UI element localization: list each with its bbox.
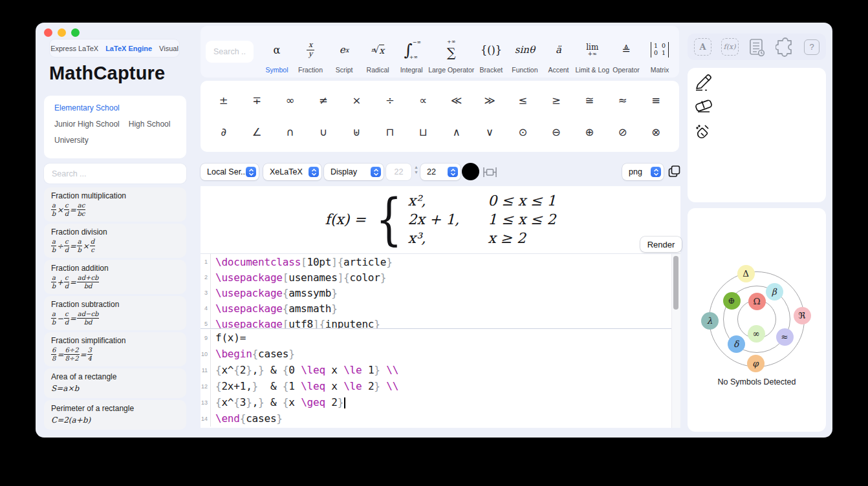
symbol-button[interactable]: ∂	[207, 126, 240, 138]
mode-tab-visual[interactable]: Visual	[159, 45, 179, 52]
close-window-button[interactable]	[44, 28, 52, 37]
symbol-button[interactable]: ⊕	[573, 126, 606, 138]
minimize-window-button[interactable]	[58, 28, 66, 37]
export-format-select[interactable]: png	[622, 164, 664, 180]
palette-tab-script[interactable]: exScript	[327, 26, 361, 78]
formula-item[interactable]: Fraction subtractionab−cd=ad−cbbd	[44, 296, 186, 330]
symbol-button[interactable]: ⊘	[606, 126, 639, 138]
symbol-button[interactable]: ±	[207, 94, 240, 107]
symbol-button[interactable]: ∩	[274, 126, 307, 138]
clean-broom-icon[interactable]	[694, 122, 713, 144]
code-line: 9f(x)=	[201, 330, 671, 346]
symbol-button[interactable]: ∪	[307, 126, 340, 138]
editor-scrollbar-thumb[interactable]	[673, 256, 678, 310]
display-mode-select[interactable]: Display	[324, 164, 384, 180]
symbol-button[interactable]: ⊎	[340, 126, 373, 138]
symbol-button[interactable]: ≥	[539, 94, 572, 107]
symbol-button[interactable]: ≪	[440, 94, 473, 107]
mode-tab-latex-engine[interactable]: LaTeX Engine	[105, 45, 152, 52]
symbol-button[interactable]: ⊗	[639, 126, 672, 138]
fit-size-icon[interactable]	[483, 166, 497, 181]
zoom-window-button[interactable]	[71, 28, 80, 37]
extensions-icon[interactable]	[776, 37, 795, 57]
symbol-button[interactable]: ×	[340, 94, 373, 107]
text-recognition-icon[interactable]: A	[694, 38, 711, 56]
symbol-button[interactable]: ∨	[473, 126, 506, 138]
symbol-button[interactable]: ⊓	[373, 126, 406, 138]
font-size-select[interactable]: 22	[420, 164, 461, 180]
category-row: University	[54, 136, 176, 145]
symbol-button[interactable]: ≫	[473, 94, 506, 107]
symbol-button[interactable]: ⊖	[539, 126, 572, 138]
palette-tab-limit-log[interactable]: lim+∞Limit & Log	[575, 26, 609, 78]
palette-tab-fraction[interactable]: xyFraction	[294, 26, 327, 78]
formula-math: ab−cd=ad−cbbd	[51, 311, 179, 326]
window-controls	[44, 28, 80, 37]
accent-icon: ä	[556, 34, 561, 66]
formula-item[interactable]: Fraction additionab+cd=ad+cbbd	[44, 260, 186, 294]
symbol-button[interactable]: ⊔	[407, 126, 440, 138]
palette-tab-integral[interactable]: ∫−∞+∞Integral	[395, 26, 428, 78]
symbol-button[interactable]: ≈	[606, 94, 639, 107]
font-size-stepper[interactable]: ▲▼	[414, 165, 418, 174]
symbol-button[interactable]: ≠	[307, 94, 340, 107]
copy-icon[interactable]	[667, 165, 681, 181]
symbol-button[interactable]: ∝	[407, 94, 440, 107]
sketch-canvas[interactable]	[688, 68, 826, 202]
palette-search-input[interactable]	[206, 41, 254, 63]
symbol-button[interactable]: ∓	[240, 94, 273, 107]
symbol-button[interactable]: ∠	[240, 126, 273, 138]
palette-tab-operator[interactable]: ≜Operator	[609, 26, 643, 78]
formula-item[interactable]: Fraction multiplicationab×cd=acbc	[44, 187, 186, 222]
symbol-button[interactable]: ∧	[440, 126, 473, 138]
editor-body-pane[interactable]: 9f(x)=10\begin{cases}11{x^{2},} & {0 \le…	[201, 330, 671, 428]
latex-editor[interactable]: 1\documentclass[10pt]{article}2\usepacka…	[201, 253, 680, 428]
formula-item[interactable]: Fraction divisionab÷cd=ab×dc	[44, 224, 186, 258]
palette-tab-bracket[interactable]: {()}Bracket	[474, 26, 508, 78]
cases-brace: {	[376, 195, 402, 244]
color-swatch[interactable]	[462, 163, 479, 180]
mode-tab-express-latex[interactable]: Express LaTeX	[50, 45, 98, 52]
history-icon[interactable]	[748, 37, 766, 57]
math-text: ×	[83, 242, 89, 251]
formula-recognition-icon[interactable]: f(x)	[721, 38, 739, 56]
text-cursor	[344, 397, 345, 408]
editor-scrollbar[interactable]	[671, 254, 680, 428]
sidebar-search-input[interactable]	[44, 164, 186, 184]
formula-item[interactable]: Fraction simplification68=6÷28÷2=34	[44, 332, 186, 366]
symbol-button[interactable]: ÷	[373, 94, 406, 107]
category-high-school[interactable]: High School	[129, 120, 171, 129]
script-icon: ex	[340, 34, 349, 66]
palette-tab-large-operator[interactable]: ∑+∞Large Operator	[428, 26, 474, 78]
equation-lhs: f(x) =	[325, 211, 366, 227]
pencil-icon[interactable]	[694, 73, 713, 95]
category-university[interactable]: University	[54, 136, 89, 145]
category-elementary-school[interactable]: Elementary School	[54, 103, 120, 112]
palette-tab-symbol[interactable]: αSymbol	[260, 26, 294, 78]
server-select-value: Local Ser...	[207, 167, 248, 176]
palette-tab-label: Integral	[400, 66, 423, 74]
eraser-icon[interactable]	[694, 96, 713, 118]
server-select[interactable]: Local Ser...	[201, 164, 259, 180]
math-text: =	[80, 350, 87, 359]
palette-tab-radical[interactable]: n√xRadical	[361, 26, 395, 78]
case-condition: 1 ≤ x ≤ 2	[488, 211, 556, 227]
detected-symbol-φ: φ	[747, 355, 765, 372]
symbol-button[interactable]: ≤	[506, 94, 539, 107]
symbol-button[interactable]: ⊙	[506, 126, 539, 138]
formula-item[interactable]: Area of a rectangleS=a×b	[44, 368, 186, 398]
palette-tab-function[interactable]: sinθFunction	[508, 26, 541, 78]
formula-item[interactable]: Perimeter of a rectangleC=2(a+b)	[44, 400, 186, 430]
editor-preamble-pane[interactable]: 1\documentclass[10pt]{article}2\usepacka…	[201, 254, 671, 329]
category-junior-high-school[interactable]: Junior High School	[54, 120, 120, 129]
font-size-select-value: 22	[427, 167, 436, 176]
font-size-field-disabled: 22	[386, 164, 411, 180]
symbol-button[interactable]: ≡	[639, 94, 672, 107]
palette-tab-matrix[interactable]: 1001Matrix	[643, 26, 677, 78]
palette-tab-accent[interactable]: äAccent	[541, 26, 575, 78]
render-button[interactable]: Render	[640, 237, 682, 252]
symbol-button[interactable]: ≅	[573, 94, 606, 107]
symbol-button[interactable]: ∞	[274, 94, 307, 107]
engine-select[interactable]: XeLaTeX	[263, 164, 321, 180]
help-icon[interactable]: ?	[804, 39, 819, 55]
